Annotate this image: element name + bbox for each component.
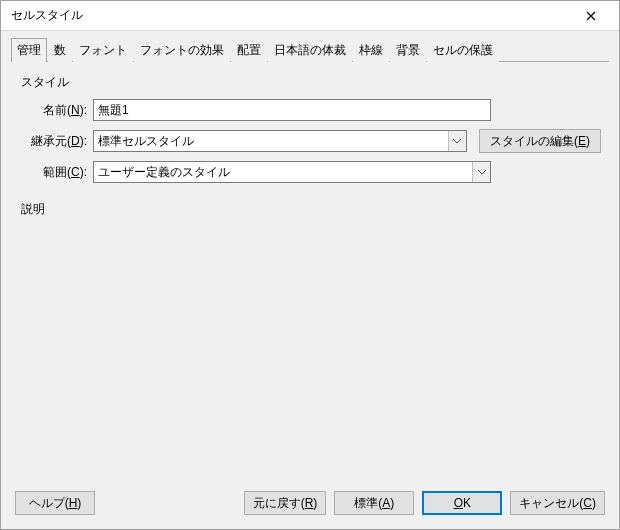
inherit-combo-button[interactable] — [448, 131, 466, 151]
category-combo-value: ユーザー定義のスタイル — [94, 164, 472, 181]
tab-background[interactable]: 背景 — [390, 38, 426, 62]
tab-cell-protection[interactable]: セルの保護 — [427, 38, 499, 62]
standard-button[interactable]: 標準(A) — [334, 491, 414, 515]
row-name: 名前(N): — [19, 99, 601, 121]
tab-numbers[interactable]: 数 — [48, 38, 72, 62]
tab-organizer[interactable]: 管理 — [11, 38, 47, 62]
label-inherit: 継承元(D): — [19, 133, 93, 150]
inherit-combo-value: 標準セルスタイル — [94, 133, 448, 150]
tab-borders[interactable]: 枠線 — [353, 38, 389, 62]
titlebar-title: セルスタイル — [11, 7, 571, 24]
tab-asian-typography[interactable]: 日本語の体裁 — [268, 38, 352, 62]
label-category: 範囲(C): — [19, 164, 93, 181]
section-style-label: スタイル — [21, 74, 601, 91]
tab-alignment[interactable]: 配置 — [231, 38, 267, 62]
reset-button[interactable]: 元に戻す(R) — [244, 491, 327, 515]
row-category: 範囲(C): ユーザー定義のスタイル — [19, 161, 601, 183]
titlebar: セルスタイル — [1, 1, 619, 31]
category-combo[interactable]: ユーザー定義のスタイル — [93, 161, 491, 183]
dialog-footer: ヘルプ(H) 元に戻す(R) 標準(A) OK キャンセル(C) — [1, 481, 619, 529]
name-input[interactable] — [93, 99, 491, 121]
chevron-down-icon — [478, 170, 486, 175]
section-description-label: 説明 — [21, 201, 601, 218]
dialog-window: セルスタイル 管理 数 フォント フォントの効果 配置 日本語の体裁 枠線 背景… — [0, 0, 620, 530]
tab-strip: 管理 数 フォント フォントの効果 配置 日本語の体裁 枠線 背景 セルの保護 — [1, 31, 619, 61]
tab-font-effects[interactable]: フォントの効果 — [134, 38, 230, 62]
close-button[interactable] — [571, 2, 611, 30]
chevron-down-icon — [453, 139, 461, 144]
help-button[interactable]: ヘルプ(H) — [15, 491, 95, 515]
label-name: 名前(N): — [19, 102, 93, 119]
tab-font[interactable]: フォント — [73, 38, 133, 62]
row-inherit: 継承元(D): 標準セルスタイル スタイルの編集(E) — [19, 129, 601, 153]
cancel-button[interactable]: キャンセル(C) — [510, 491, 605, 515]
edit-style-button[interactable]: スタイルの編集(E) — [479, 129, 601, 153]
close-icon — [586, 11, 596, 21]
ok-button[interactable]: OK — [422, 491, 502, 515]
content-area: スタイル 名前(N): 継承元(D): 標準セルスタイル スタイルの編集(E) … — [11, 61, 609, 481]
category-combo-button[interactable] — [472, 162, 490, 182]
inherit-combo[interactable]: 標準セルスタイル — [93, 130, 467, 152]
